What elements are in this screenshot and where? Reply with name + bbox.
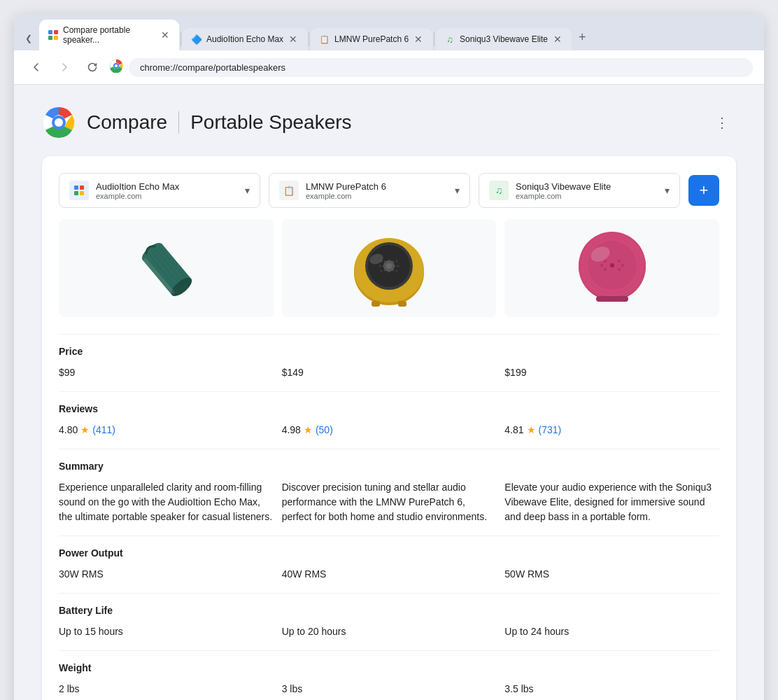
page-content: Compare Portable Speakers ⋮ [14,85,764,700]
battery-3: Up to 24 hours [504,624,719,639]
svg-point-37 [379,265,381,267]
product-1-chevron: ▾ [245,185,250,196]
address-bar [14,50,764,85]
section-reviews: Reviews 4.80 ★ (411) 4.98 ★ (50) 4.81 ★ [59,391,719,449]
section-price-values: $99 $149 $199 [59,365,719,380]
product-1-icon [69,181,89,200]
compare-brand: Compare Portable Speakers [42,106,352,139]
audioition-tab-icon: 🔷 [191,34,202,45]
product-3-domain: example.com [516,192,658,200]
summary-1: Experience unparalleled clarity and room… [59,480,274,524]
star-3-icon: ★ [527,423,536,438]
rating-1-count: (411) [92,423,115,438]
tab-1-label: Compare portable speaker... [63,25,155,45]
section-summary-values: Experience unparalleled clarity and room… [59,480,719,524]
section-price-header: Price [59,346,719,357]
compare-title: Portable Speakers [190,111,351,134]
svg-point-55 [618,260,621,262]
section-reviews-values: 4.80 ★ (411) 4.98 ★ (50) 4.81 ★ (731) [59,423,719,438]
add-product-button[interactable]: + [688,175,719,206]
product-1-domain: example.com [96,192,238,200]
product-images [59,219,719,317]
product-selector-1[interactable]: AudioItion Echo Max example.com ▾ [59,173,260,208]
product-selector-3[interactable]: ♫ Soniqu3 Vibewave Elite example.com ▾ [479,173,680,208]
tab-compare[interactable]: Compare portable speaker... ✕ [39,20,179,50]
weight-1: 2 lbs [59,682,274,696]
address-input[interactable] [129,58,753,77]
compare-card: AudioItion Echo Max example.com ▾ 📋 LMNW… [42,156,736,700]
power-3: 50W RMS [504,567,719,582]
compare-tab-icon [48,29,59,41]
rating-3-count: (731) [539,423,562,438]
product-selector-2[interactable]: 📋 LMNW PurePatch 6 example.com ▾ [269,173,470,208]
svg-rect-3 [54,36,58,40]
section-summary-header: Summary [59,461,719,472]
tab-3-label: LMNW PurePatch 6 [334,34,409,44]
product-2-info: LMNW PurePatch 6 example.com [306,181,448,200]
section-weight-values: 2 lbs 3 lbs 3.5 lbs [59,682,719,696]
back-button[interactable] [25,56,48,78]
tab-2-close[interactable]: ✕ [288,34,299,44]
section-price: Price $99 $149 $199 [59,334,719,391]
product-3-icon: ♫ [489,181,509,200]
tab-4-label: Soniqu3 Vibewave Elite [460,34,548,44]
rating-2: 4.98 ★ (50) [282,423,497,438]
svg-point-59 [621,264,624,267]
rating-2-number: 4.98 [282,423,301,438]
browser-window: ❮ Compare portable speaker... ✕ 🔷 AudioI… [14,14,764,700]
tab-4-close[interactable]: ✕ [552,34,563,44]
compare-label: Compare [87,111,167,134]
tab-3-close[interactable]: ✕ [413,34,424,44]
tab-lmnw[interactable]: 📋 LMNW PurePatch 6 ✕ [311,28,432,50]
google-chrome-logo [42,106,76,139]
tab-sep-1 [181,32,181,46]
tab-soniqu3[interactable]: ♫ Soniqu3 Vibewave Elite ✕ [436,28,572,50]
svg-rect-14 [80,191,84,195]
star-2-icon: ★ [304,423,313,438]
svg-point-10 [55,118,63,127]
svg-point-57 [618,268,621,271]
svg-point-42 [396,270,397,272]
tab-1-close[interactable]: ✕ [160,30,171,40]
section-reviews-header: Reviews [59,403,719,414]
product-2-name: LMNW PurePatch 6 [306,181,448,192]
product-2-domain: example.com [306,192,448,200]
svg-point-40 [396,260,397,262]
section-power-header: Power Output [59,547,719,559]
rating-1: 4.80 ★ (411) [59,423,274,438]
product-selectors: AudioItion Echo Max example.com ▾ 📋 LMNW… [59,173,719,208]
weight-2: 3 lbs [282,682,497,696]
tab-sep-3 [434,32,434,46]
svg-point-54 [604,260,607,262]
power-2: 40W RMS [282,567,497,582]
price-3: $199 [504,365,719,380]
svg-rect-45 [372,301,380,307]
section-power-output: Power Output 30W RMS 40W RMS 50W RMS [59,536,719,593]
svg-point-7 [115,64,118,67]
section-battery-values: Up to 15 hours Up to 20 hours Up to 24 h… [59,624,719,639]
rating-2-count: (50) [316,423,333,438]
more-options-button[interactable]: ⋮ [708,108,736,136]
svg-rect-12 [80,186,84,190]
svg-point-56 [604,268,607,271]
rating-3-number: 4.81 [504,423,523,438]
forward-button[interactable] [53,56,76,78]
svg-point-44 [386,263,392,269]
svg-rect-1 [54,30,58,34]
weight-3: 3.5 lbs [504,682,719,696]
section-battery-life: Battery Life Up to 15 hours Up to 20 hou… [59,593,719,650]
compare-header: Compare Portable Speakers ⋮ [42,106,736,139]
tab-scroll-left[interactable]: ❮ [20,29,38,48]
product-3-name: Soniqu3 Vibewave Elite [516,181,658,192]
svg-point-58 [600,264,603,267]
product-2-chevron: ▾ [455,185,460,196]
svg-point-38 [397,265,399,267]
product-2-icon: 📋 [279,181,299,200]
reload-button[interactable] [81,56,104,78]
section-power-values: 30W RMS 40W RMS 50W RMS [59,567,719,582]
new-tab-button[interactable]: + [573,27,592,48]
svg-rect-60 [596,296,628,302]
product-3-info: Soniqu3 Vibewave Elite example.com [516,181,658,200]
section-weight: Weight 2 lbs 3 lbs 3.5 lbs [59,650,719,700]
tab-audioition[interactable]: 🔷 AudioItion Echo Max ✕ [183,28,307,50]
